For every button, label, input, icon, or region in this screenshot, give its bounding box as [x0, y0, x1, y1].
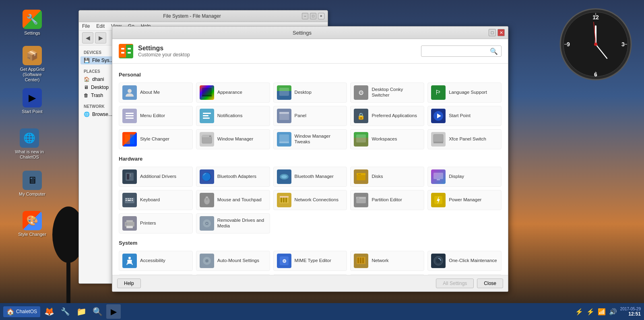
partition-editor-item[interactable]: Partition Editor — [350, 190, 424, 210]
menu-editor-icon — [122, 109, 137, 123]
startpoint-desktop-icon[interactable]: ▶ Start Point — [14, 87, 50, 116]
settings-close-button[interactable]: ✕ — [497, 29, 505, 36]
appearance-item[interactable]: Appearance — [196, 83, 270, 103]
svg-rect-47 — [127, 174, 129, 180]
more-icon: ▶ — [111, 307, 117, 316]
filemanager-taskbar[interactable]: 📁 — [74, 304, 89, 319]
mime-type-item[interactable]: ⚙ MIME Type Editor — [273, 251, 347, 271]
settings-titlebar: Settings □ ✕ — [112, 27, 508, 39]
minimize-button[interactable]: − — [302, 13, 308, 19]
svg-rect-17 — [126, 45, 132, 58]
chaletOS-logo: 🏠 — [6, 308, 14, 316]
power-manager-item[interactable]: Power Manager — [427, 190, 502, 210]
svg-line-87 — [131, 262, 132, 265]
partition-editor-label: Partition Editor — [372, 197, 402, 203]
style-changer-item[interactable]: Style Changer — [119, 129, 193, 149]
startpoint-item[interactable]: Start Point — [427, 106, 502, 126]
desktop-conky-item[interactable]: ⚙ Desktop Conky Switcher — [350, 83, 424, 103]
one-click-item[interactable]: One-Click Maintenance — [427, 251, 502, 271]
settings-maximize-button[interactable]: □ — [489, 29, 496, 36]
mycomputer-icon: 🖥 — [23, 171, 42, 190]
additional-drivers-label: Additional Drivers — [140, 174, 176, 180]
svg-rect-61 — [132, 198, 133, 199]
settings-header-info: Settings Customize your desktop — [138, 45, 190, 58]
svg-rect-79 — [126, 220, 133, 222]
maximize-button[interactable]: □ — [310, 13, 316, 19]
appgrid-desktop-icon[interactable]: 📦 Get AppGrid(Software Center) — [14, 44, 50, 85]
xfce-panel-item[interactable]: Xfce Panel Switch — [427, 129, 502, 149]
help-button[interactable]: Help — [117, 279, 141, 288]
language-item[interactable]: 🏳 Language Support — [427, 83, 502, 103]
printers-icon — [122, 216, 137, 231]
notifications-item[interactable]: Notifications — [196, 106, 270, 126]
filesystem-label: File Sys... — [92, 58, 114, 63]
accessibility-icon — [122, 254, 137, 268]
hardware-grid: Additional Drivers 🔵 Bluetooth Adapters … — [119, 167, 502, 233]
mycomputer-desktop-icon[interactable]: 🖥 My Computer — [14, 169, 50, 198]
window-manager-icon — [200, 132, 214, 147]
accessibility-item[interactable]: Accessibility — [119, 251, 193, 271]
all-settings-button[interactable]: All Settings — [436, 279, 474, 288]
back-button[interactable]: ◀ — [82, 32, 93, 43]
firefox-icon: 🦊 — [44, 307, 54, 316]
window-manager-item[interactable]: Window Manager — [196, 129, 270, 149]
settings-body: Personal About Me Appearance Desktop — [112, 64, 508, 275]
svg-rect-21 — [128, 52, 131, 54]
bluetooth-manager-item[interactable]: Bluetooth Manager — [273, 167, 347, 187]
panel-item[interactable]: Panel — [273, 106, 347, 126]
taskbar-right: ⚡ ⚡ 📶 🔊 2017-05-29 12:51 — [575, 307, 641, 317]
close-button[interactable]: ✕ — [318, 13, 324, 19]
stylechanger-desktop-icon[interactable]: 🎨 Style Changer — [14, 209, 50, 239]
removable-drives-item[interactable]: Removable Drives and Media — [196, 213, 270, 233]
network-connections-item[interactable]: Network Connections — [273, 190, 347, 210]
mouse-touchpad-item[interactable]: Mouse and Touchpad — [196, 190, 270, 210]
trash-icon: 🗑 — [84, 93, 89, 98]
volume-icon[interactable]: 🔊 — [609, 308, 617, 316]
network-icon[interactable]: 📶 — [598, 308, 606, 316]
keyboard-item[interactable]: Keyboard — [119, 190, 193, 210]
filesystem-icon: 💾 — [84, 58, 90, 63]
firefox-taskbar[interactable]: 🦊 — [42, 304, 56, 319]
close-settings-button[interactable]: Close — [477, 279, 503, 288]
desktop-item[interactable]: Desktop — [273, 83, 347, 103]
settings-search-input[interactable] — [425, 48, 488, 54]
menu-file[interactable]: File — [82, 23, 90, 29]
start-button[interactable]: 🏠 ChaletOS — [3, 306, 40, 317]
display-item[interactable]: Display — [427, 167, 502, 187]
settings-search-box[interactable]: 🔍 — [421, 45, 502, 57]
printers-label: Printers — [140, 221, 156, 226]
settings-taskbar[interactable]: 🔧 — [58, 304, 72, 319]
svg-rect-40 — [209, 136, 211, 137]
power-icon[interactable]: ⚡ — [575, 308, 583, 316]
dhani-label: dhani — [92, 76, 104, 82]
svg-rect-23 — [202, 88, 212, 96]
browse-label: Browse... — [92, 111, 112, 117]
svg-rect-28 — [126, 118, 134, 119]
svg-rect-37 — [130, 134, 134, 144]
whats-new-desktop-icon[interactable]: 🌐 What is new inChaletOS — [11, 127, 47, 161]
about-me-item[interactable]: About Me — [119, 83, 193, 103]
search-taskbar[interactable]: 🔍 — [90, 304, 105, 319]
wm-tweaks-item[interactable]: Window Manager Tweaks — [273, 129, 347, 149]
more-taskbar[interactable]: ▶ — [106, 304, 121, 319]
file-manager-title: File System - File Manager — [82, 13, 302, 19]
menu-edit[interactable]: Edit — [96, 23, 105, 29]
printers-item[interactable]: Printers — [119, 213, 193, 233]
bluetooth-adapters-item[interactable]: 🔵 Bluetooth Adapters — [196, 167, 270, 187]
additional-drivers-item[interactable]: Additional Drivers — [119, 167, 193, 187]
auto-mount-item[interactable]: Auto-Mount Settings — [196, 251, 270, 271]
window-manager-label: Window Manager — [217, 136, 253, 142]
settings-desktop-icon[interactable]: 🔧 Settings — [14, 8, 50, 37]
accessibility-label: Accessibility — [140, 258, 165, 264]
disks-item[interactable]: Disks — [350, 167, 424, 187]
preferred-apps-item[interactable]: 🔒 Preferred Applications — [350, 106, 424, 126]
network-item[interactable]: Network — [350, 251, 424, 271]
settings-dialog: Settings □ ✕ Settings Customize your des… — [112, 26, 508, 292]
menu-editor-item[interactable]: Menu Editor — [119, 106, 193, 126]
svg-rect-62 — [126, 200, 127, 201]
preferred-apps-label: Preferred Applications — [372, 113, 417, 119]
workspaces-item[interactable]: Workspaces — [350, 129, 424, 149]
svg-point-22 — [128, 89, 132, 93]
forward-button[interactable]: ▶ — [95, 32, 106, 43]
battery-icon[interactable]: ⚡ — [586, 308, 594, 316]
